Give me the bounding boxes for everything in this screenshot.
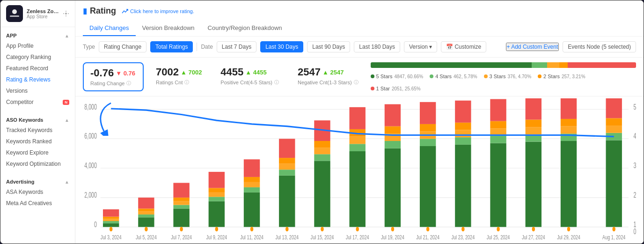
sidebar-item-app-profile[interactable]: App Profile xyxy=(0,40,75,52)
filter-last-180-days[interactable]: Last 180 Days xyxy=(354,41,400,52)
dot-2stars xyxy=(538,74,542,78)
svg-rect-30 xyxy=(138,198,154,209)
svg-rect-53 xyxy=(314,148,330,154)
svg-rect-44 xyxy=(244,177,260,182)
dot-3stars xyxy=(484,74,488,78)
app-info: Zenless Zone ... App Store xyxy=(27,8,59,19)
svg-rect-51 xyxy=(314,161,330,227)
svg-rect-56 xyxy=(350,151,366,227)
bar-group-4 xyxy=(209,172,225,227)
sidebar-item-versions[interactable]: Versions xyxy=(0,85,75,96)
content-header: ▮ Rating Click here to improve rating. D… xyxy=(75,0,644,37)
stat-ratings-cnt: 7002 ▲ 7002 Ratings Cnt ⓘ xyxy=(149,62,208,91)
add-custom-event-button[interactable]: + Add Custom Event xyxy=(506,43,559,51)
sidebar-item-keywords-ranked[interactable]: Keywords Ranked xyxy=(0,136,75,147)
tab-country-breakdown[interactable]: Country/Region Breakdown xyxy=(201,21,289,36)
filter-version[interactable]: Version ▾ xyxy=(404,41,437,52)
stat-negative-cnt: 2547 ▲ 2547 Negative Cnt(1-3 Stars) ⓘ xyxy=(291,62,365,91)
svg-rect-45 xyxy=(244,159,260,177)
tab-daily-changes[interactable]: Daily Changes xyxy=(83,21,136,36)
svg-rect-94 xyxy=(606,118,622,126)
chevron-icon-adv: ▲ xyxy=(65,179,69,185)
svg-rect-29 xyxy=(138,208,154,211)
bar-group-9 xyxy=(385,104,401,227)
svg-rect-48 xyxy=(279,164,295,170)
bar-group-12 xyxy=(490,99,506,227)
svg-text:Jul 5, 2024: Jul 5, 2024 xyxy=(136,234,157,241)
info-icon[interactable]: ⓘ xyxy=(126,80,131,87)
sidebar-item-category-ranking[interactable]: Category Ranking xyxy=(0,52,75,63)
svg-text:Jul 11, 2024: Jul 11, 2024 xyxy=(240,234,263,241)
sidebar-item-keyword-optimization[interactable]: Keyword Optimization xyxy=(0,158,75,170)
svg-rect-80 xyxy=(490,99,506,121)
bar-group-8 xyxy=(350,107,366,227)
filter-last-90-days[interactable]: Last 90 Days xyxy=(307,41,350,52)
svg-text:Jul 27, 2024: Jul 27, 2024 xyxy=(522,234,545,241)
filter-rating-change[interactable]: Rating Change xyxy=(99,41,146,52)
svg-rect-64 xyxy=(385,126,401,134)
svg-rect-74 xyxy=(455,123,471,130)
bar-5stars xyxy=(371,62,532,68)
stat-negative-delta: ▲ 2547 xyxy=(322,69,344,76)
svg-rect-84 xyxy=(526,120,542,127)
events-node-button[interactable]: Events Node (5 selected) xyxy=(563,41,636,52)
x-dot-1 xyxy=(110,227,112,231)
bar-group-6 xyxy=(279,139,295,227)
svg-rect-95 xyxy=(606,98,622,118)
svg-rect-65 xyxy=(385,104,401,126)
svg-rect-67 xyxy=(420,139,436,146)
info-icon-negative[interactable]: ⓘ xyxy=(354,79,359,86)
info-icon-ratings[interactable]: ⓘ xyxy=(184,79,189,86)
legend-4stars: 4 Stars 462, 5.78% xyxy=(430,74,477,79)
rating-legend: 5 Stars 4847, 60.66% 4 Stars 462, 5.78% … xyxy=(371,74,636,91)
svg-text:Jul 25, 2024: Jul 25, 2024 xyxy=(487,234,510,241)
filter-last-7-days[interactable]: Last 7 Days xyxy=(217,41,256,52)
stat-positive-cnt: 4455 ▲ 4455 Positive Cnt(4-5 Stars) ⓘ xyxy=(214,62,285,91)
sidebar-item-featured-record[interactable]: Featured Record xyxy=(0,63,75,74)
improve-rating-button[interactable]: Click here to improve rating. xyxy=(122,8,194,15)
sidebar-section-aso: ASO Keywords ▲ Tracked Keywords Keywords… xyxy=(0,111,75,173)
svg-text:Jul 13, 2024: Jul 13, 2024 xyxy=(275,234,299,241)
filter-last-30-days[interactable]: Last 30 Days xyxy=(260,41,303,52)
chart-svg: 8,000 6,000 4,000 2,000 0 5 4 3 2 1 0 xyxy=(83,98,636,242)
svg-text:Jul 15, 2024: Jul 15, 2024 xyxy=(311,234,334,241)
sidebar-item-keyword-explore[interactable]: Keyword Explore xyxy=(0,147,75,158)
rating-bar xyxy=(371,62,636,68)
chevron-icon: ▲ xyxy=(65,33,69,38)
rating-distribution: 5 Stars 4847, 60.66% 4 Stars 462, 5.78% … xyxy=(371,62,636,91)
rating-bar-icon: ▮ xyxy=(83,7,87,15)
app-store: App Store xyxy=(27,14,59,19)
svg-rect-73 xyxy=(455,130,471,137)
sidebar-item-meta-ad-creatives[interactable]: Meta Ad Creatives xyxy=(0,198,75,209)
sidebar-item-asa-keywords[interactable]: ASA Keywords xyxy=(0,186,75,198)
filter-total-ratings[interactable]: Total Ratings xyxy=(150,41,193,52)
svg-text:5: 5 xyxy=(634,103,636,111)
settings-icon[interactable] xyxy=(63,10,69,17)
svg-rect-81 xyxy=(526,142,542,227)
bar-2stars xyxy=(559,62,568,68)
sidebar-item-tracked-keywords[interactable]: Tracked Keywords xyxy=(0,125,75,136)
legend-3stars: 3 Stars 376, 4.70% xyxy=(484,74,531,79)
sidebar-item-competitor[interactable]: Competitor N xyxy=(0,96,75,108)
app-avatar xyxy=(6,5,23,22)
page-title: ▮ Rating xyxy=(83,6,116,16)
bar-group-13 xyxy=(526,98,542,227)
info-icon-positive[interactable]: ⓘ xyxy=(274,79,279,86)
svg-rect-31 xyxy=(173,208,189,227)
svg-rect-37 xyxy=(209,197,225,201)
stat-rating-change-value: -0.76 ▼ 0.76 xyxy=(90,67,136,79)
sidebar-item-rating-reviews[interactable]: Rating & Reviews xyxy=(0,74,75,85)
svg-rect-35 xyxy=(173,183,189,197)
bar-group-7 xyxy=(314,120,330,227)
svg-rect-61 xyxy=(385,148,401,227)
tab-version-breakdown[interactable]: Version Breakdown xyxy=(136,21,201,36)
svg-text:Jul 17, 2024: Jul 17, 2024 xyxy=(346,234,369,241)
svg-point-3 xyxy=(65,13,67,15)
sidebar: Zenless Zone ... App Store APP ▲ App Pro… xyxy=(0,0,75,244)
svg-rect-75 xyxy=(455,101,471,123)
svg-text:0: 0 xyxy=(94,221,97,229)
svg-rect-77 xyxy=(490,136,506,143)
svg-rect-2 xyxy=(10,15,19,17)
svg-rect-58 xyxy=(350,137,366,144)
customize-button[interactable]: 📅Customize xyxy=(441,41,486,52)
